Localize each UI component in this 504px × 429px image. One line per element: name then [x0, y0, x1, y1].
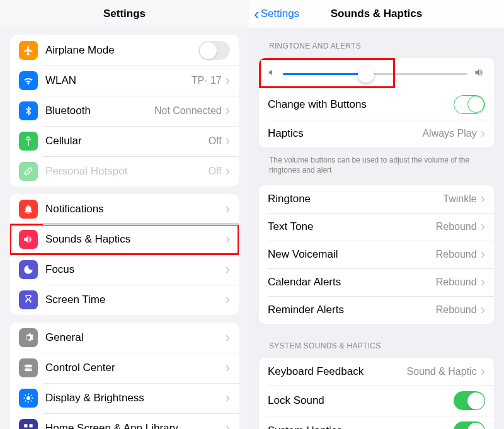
row-display[interactable]: Display & Brightness›: [10, 383, 239, 413]
row-label: Text Tone: [268, 220, 436, 233]
switches-icon: [19, 358, 38, 377]
row-controlcenter[interactable]: Control Center›: [10, 353, 239, 383]
link-icon: [19, 162, 38, 181]
chevron-right-icon: ›: [226, 331, 230, 345]
row-value: Rebound: [436, 249, 477, 260]
row-texttone[interactable]: Text ToneRebound›: [259, 213, 494, 241]
volume-low-icon: [268, 68, 277, 79]
row-ringtone[interactable]: RingtoneTwinkle›: [259, 185, 494, 213]
sounds-pane: ‹ Settings Sounds & Haptics RINGTONE AND…: [249, 0, 504, 429]
row-voicemail[interactable]: New VoicemailRebound›: [259, 241, 494, 268]
row-homescreen[interactable]: Home Screen & App Library›: [10, 413, 239, 429]
row-label: Cellular: [45, 135, 209, 147]
row-value: Rebound: [436, 277, 477, 288]
chevron-right-icon: ›: [226, 104, 230, 118]
row-label: WLAN: [45, 74, 192, 87]
grid-icon: [19, 419, 38, 429]
row-label: Lock Sound: [268, 394, 454, 407]
sounds-title: Sounds & Haptics: [331, 8, 422, 20]
antenna-icon: [19, 132, 38, 151]
bell-icon: [19, 200, 38, 219]
toggle-airplane[interactable]: [198, 41, 230, 60]
chevron-right-icon: ›: [226, 421, 230, 429]
hourglass-icon: [19, 290, 38, 309]
row-value: Always Play: [422, 128, 476, 139]
chevron-right-icon: ›: [226, 134, 230, 148]
row-airplane[interactable]: Airplane Mode: [10, 35, 239, 66]
settings-group: Notifications›Sounds & Haptics›Focus›Scr…: [10, 194, 239, 315]
row-value: Sound & Haptic: [406, 366, 476, 377]
row-reminder[interactable]: Reminder AlertsRebound›: [259, 296, 494, 324]
row-label: Ringtone: [268, 193, 443, 205]
row-wlan[interactable]: WLANTP- 17›: [10, 66, 239, 96]
row-label: Display & Brightness: [45, 392, 226, 404]
row-general[interactable]: General›: [10, 323, 239, 353]
settings-group: RingtoneTwinkle›Text ToneRebound›New Voi…: [259, 185, 494, 324]
row-label: Control Center: [45, 362, 226, 374]
chevron-right-icon: ›: [226, 293, 230, 307]
chevron-right-icon: ›: [226, 263, 230, 277]
section-footer: The volume buttons can be used to adjust…: [249, 151, 504, 181]
section-header: SYSTEM SOUNDS & HAPTICS: [249, 328, 504, 354]
row-notifications[interactable]: Notifications›: [10, 194, 239, 224]
section-header: RINGTONE AND ALERTS: [249, 28, 504, 54]
settings-title: Settings: [103, 8, 146, 20]
svg-point-0: [26, 396, 30, 400]
settings-group: Keyboard FeedbackSound & Haptic›Lock Sou…: [259, 358, 494, 429]
toggle-syshaptics[interactable]: [454, 421, 485, 429]
settings-pane: Settings Airplane ModeWLANTP- 17›Bluetoo…: [0, 0, 249, 429]
settings-group: Change with ButtonsHapticsAlways Play›: [259, 58, 494, 147]
row-hotspot[interactable]: Personal HotspotOff›: [10, 156, 239, 186]
wifi-icon: [19, 71, 38, 90]
toggle-changebuttons[interactable]: [454, 95, 485, 114]
row-value: Off: [209, 166, 222, 177]
svg-rect-1: [24, 424, 27, 427]
row-changebuttons[interactable]: Change with Buttons: [259, 89, 494, 120]
row-cellular[interactable]: CellularOff›: [10, 126, 239, 156]
row-sounds[interactable]: Sounds & Haptics›: [10, 224, 239, 255]
row-label: Bluetooth: [45, 105, 154, 117]
row-value: Rebound: [436, 221, 477, 232]
row-syshaptics[interactable]: System Haptics: [259, 416, 494, 429]
chevron-left-icon: ‹: [254, 6, 260, 22]
row-value: Not Connected: [154, 105, 222, 117]
bluetooth-icon: [19, 101, 38, 120]
toggle-locksound[interactable]: [454, 391, 485, 410]
row-label: Calendar Alerts: [268, 276, 436, 289]
row-label: Notifications: [45, 203, 226, 215]
row-label: Sounds & Haptics: [45, 233, 226, 246]
row-screentime[interactable]: Screen Time›: [10, 285, 239, 315]
row-focus[interactable]: Focus›: [10, 255, 239, 285]
moon-icon: [19, 260, 38, 279]
row-calendar[interactable]: Calendar AlertsRebound›: [259, 268, 494, 296]
row-label: Personal Hotspot: [45, 165, 209, 178]
chevron-right-icon: ›: [481, 192, 485, 206]
chevron-right-icon: ›: [481, 220, 485, 234]
row-value: Twinkle: [443, 193, 476, 205]
row-label: New Voicemail: [268, 248, 436, 261]
row-value: Rebound: [436, 304, 477, 316]
volume-slider[interactable]: [283, 73, 467, 75]
row-label: Focus: [45, 263, 226, 276]
chevron-right-icon: ›: [481, 365, 485, 379]
settings-header: Settings: [0, 0, 249, 28]
chevron-right-icon: ›: [481, 127, 485, 140]
chevron-right-icon: ›: [226, 74, 230, 88]
row-bluetooth[interactable]: BluetoothNot Connected›: [10, 96, 239, 126]
row-label: Screen Time: [45, 294, 226, 306]
volume-high-icon: [474, 67, 485, 81]
sounds-header: ‹ Settings Sounds & Haptics: [249, 0, 504, 28]
row-locksound[interactable]: Lock Sound: [259, 386, 494, 416]
chevron-right-icon: ›: [226, 391, 230, 405]
row-keyboard[interactable]: Keyboard FeedbackSound & Haptic›: [259, 358, 494, 386]
svg-rect-2: [30, 424, 33, 427]
back-button[interactable]: ‹ Settings: [254, 6, 299, 22]
row-label: Keyboard Feedback: [268, 365, 406, 378]
back-label: Settings: [261, 8, 299, 20]
settings-group: Airplane ModeWLANTP- 17›BluetoothNot Con…: [10, 35, 239, 186]
chevron-right-icon: ›: [481, 248, 485, 261]
speaker-icon: [19, 230, 38, 249]
chevron-right-icon: ›: [226, 202, 230, 216]
row-haptics[interactable]: HapticsAlways Play›: [259, 120, 494, 147]
airplane-icon: [19, 41, 38, 60]
